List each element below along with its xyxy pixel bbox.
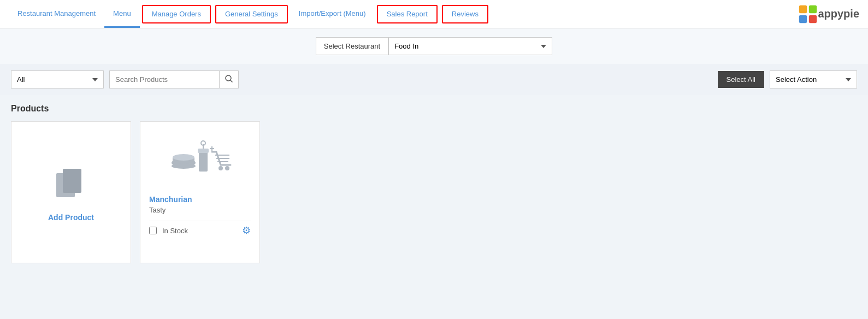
add-product-icon bbox=[52, 167, 90, 206]
product-card-manchurian: Manchurian Tasty In Stock ⚙ bbox=[140, 121, 260, 263]
nav-tab-manage-orders[interactable]: Manage Orders bbox=[142, 5, 211, 23]
product-info-manchurian: Manchurian Tasty In Stock ⚙ bbox=[149, 195, 251, 237]
svg-point-11 bbox=[172, 163, 196, 169]
top-nav: Restaurant ManagementMenuManage OrdersGe… bbox=[0, 0, 868, 28]
restaurant-label: Select Restaurant bbox=[316, 37, 388, 55]
svg-rect-12 bbox=[199, 151, 208, 172]
filter-bar: All Select All Select Action Delete Acti… bbox=[0, 64, 868, 95]
svg-rect-3 bbox=[809, 15, 817, 22]
app-logo: appypie bbox=[798, 4, 859, 24]
search-button[interactable] bbox=[219, 71, 238, 88]
add-product-card[interactable]: Add Product bbox=[11, 121, 131, 263]
nav-tab-restaurant-management[interactable]: Restaurant Management bbox=[9, 0, 104, 28]
action-select[interactable]: Select Action Delete Activate Deactivate bbox=[770, 70, 857, 88]
products-grid: Add Product bbox=[11, 121, 857, 263]
restaurant-bar: Select Restaurant Food InRestaurant 2 bbox=[0, 28, 868, 64]
svg-point-19 bbox=[219, 166, 223, 170]
products-section: Products Add Product bbox=[0, 95, 868, 314]
svg-rect-0 bbox=[799, 5, 807, 13]
products-title: Products bbox=[11, 104, 857, 114]
product-image-manchurian bbox=[162, 133, 238, 187]
svg-point-10 bbox=[173, 154, 194, 161]
gear-icon-manchurian[interactable]: ⚙ bbox=[242, 225, 251, 237]
logo-text: appypie bbox=[818, 8, 859, 20]
svg-line-5 bbox=[231, 80, 232, 82]
product-checkbox-manchurian[interactable] bbox=[149, 227, 157, 234]
category-filter-select[interactable]: All bbox=[11, 70, 104, 88]
svg-point-20 bbox=[225, 166, 229, 170]
search-icon bbox=[225, 75, 233, 82]
nav-tab-menu[interactable]: Menu bbox=[104, 0, 140, 28]
nav-tab-general-settings[interactable]: General Settings bbox=[215, 5, 288, 23]
svg-rect-1 bbox=[809, 5, 817, 13]
svg-rect-2 bbox=[799, 15, 807, 22]
nav-tab-import-export[interactable]: Import/Export (Menu) bbox=[290, 0, 375, 28]
svg-rect-7 bbox=[63, 169, 81, 193]
nav-tab-reviews[interactable]: Reviews bbox=[442, 5, 488, 23]
nav-tab-sales-report[interactable]: Sales Report bbox=[377, 5, 438, 23]
search-wrapper bbox=[109, 70, 239, 88]
product-name-manchurian: Manchurian bbox=[149, 195, 251, 204]
search-input[interactable] bbox=[110, 71, 219, 88]
svg-rect-13 bbox=[198, 149, 209, 153]
add-product-label: Add Product bbox=[48, 213, 94, 222]
nav-tabs: Restaurant ManagementMenuManage OrdersGe… bbox=[9, 0, 798, 28]
product-desc-manchurian: Tasty bbox=[149, 206, 251, 214]
select-all-button[interactable]: Select All bbox=[718, 71, 764, 88]
restaurant-select[interactable]: Food InRestaurant 2 bbox=[388, 37, 552, 55]
product-footer-manchurian: In Stock ⚙ bbox=[149, 221, 251, 237]
in-stock-label-manchurian: In Stock bbox=[162, 227, 188, 235]
